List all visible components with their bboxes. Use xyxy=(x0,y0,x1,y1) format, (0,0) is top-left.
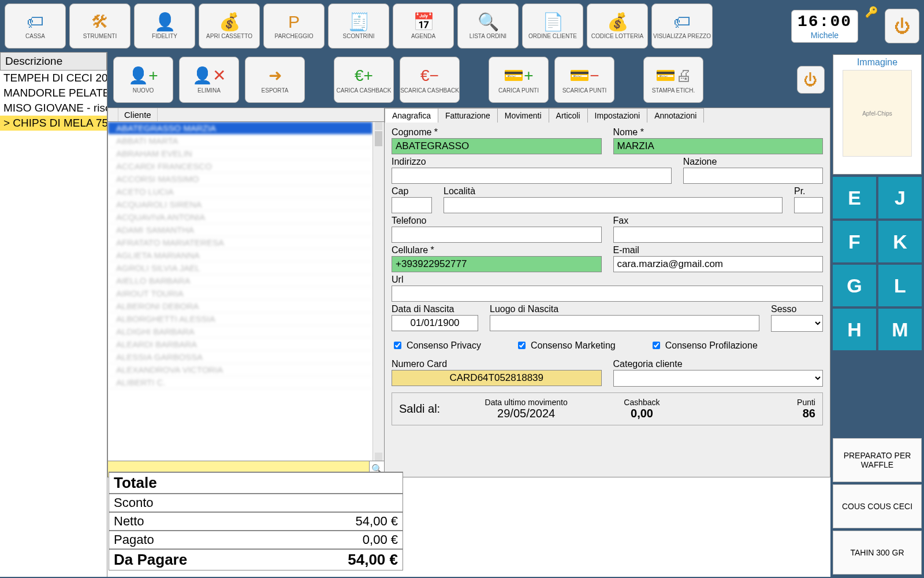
image-panel: Immagine Apfel-Chips xyxy=(833,54,922,175)
client-rows[interactable]: ABATEGRASSO MARZIAABBATI MARTAABRAHAM EV… xyxy=(108,122,372,461)
ticket-item[interactable]: > CHIPS DI MELA 75 xyxy=(0,116,107,131)
client-row[interactable]: ABRAHAM EVELIN xyxy=(108,147,372,160)
top-visualizza-prezzo[interactable]: 🏷VISUALIZZA PREZZO xyxy=(651,3,713,49)
fax-field[interactable] xyxy=(613,227,824,243)
top-agenda[interactable]: 📅AGENDA xyxy=(393,3,454,49)
client-row[interactable]: ACETO LUCIA xyxy=(108,186,372,198)
client-row[interactable]: AGLIETA MARIANNA xyxy=(108,249,372,262)
client-row[interactable]: ACCARDI FRANCESCO xyxy=(108,160,372,173)
key-G[interactable]: G xyxy=(833,265,876,306)
email-field[interactable] xyxy=(613,256,824,272)
client-list-header[interactable]: Cliente xyxy=(118,108,158,121)
codice lotteria-icon: 💰 xyxy=(607,13,628,31)
client-row[interactable]: ADAMI SAMANTHA xyxy=(108,224,372,236)
sub-nuovo[interactable]: 👤+NUOVO xyxy=(113,57,173,103)
client-row[interactable]: ALBERONI DEBORA xyxy=(108,300,372,313)
key-E[interactable]: E xyxy=(833,177,876,218)
tab-anagrafica[interactable]: Anagrafica xyxy=(385,108,438,123)
product-cell[interactable]: TAHIN 300 GR xyxy=(833,531,922,575)
ticket-item[interactable]: MANDORLE PELATE xyxy=(0,86,107,101)
url-field[interactable] xyxy=(392,286,823,302)
client-row[interactable]: ALDIGHI BARBARA xyxy=(108,325,372,338)
key-L[interactable]: L xyxy=(878,265,922,306)
client-row[interactable]: ALBORGHETTI ALESSIA xyxy=(108,313,372,325)
top-apri-cassetto[interactable]: 💰APRI CASSETTO xyxy=(199,3,260,49)
form-tabs: AnagraficaFatturazioneMovimentiArticoliI… xyxy=(385,108,830,123)
tab-movimenti[interactable]: Movimenti xyxy=(497,108,549,123)
sub-toolbar: 👤+NUOVO👤✕ELIMINA➜ESPORTA€+CARICA CASHBAC… xyxy=(107,52,830,108)
right-panel: Immagine Apfel-Chips EJFKGLHM PREPARATO … xyxy=(830,52,924,577)
top-parcheggio[interactable]: PPARCHEGGIO xyxy=(263,3,325,49)
key-M[interactable]: M xyxy=(878,309,922,350)
client-row[interactable]: AIROUT TOURIA xyxy=(108,287,372,300)
sub-elimina[interactable]: 👤✕ELIMINA xyxy=(179,57,239,103)
product-cell[interactable]: COUS COUS CECI xyxy=(833,484,922,528)
tab-impostazioni[interactable]: Impostazioni xyxy=(587,108,648,123)
top-strumenti[interactable]: 🛠STRUMENTI xyxy=(69,3,131,49)
clock-user: Michele xyxy=(798,31,852,40)
client-row[interactable]: ALEXANDROVA VICTORIA xyxy=(108,364,372,376)
scrollbar[interactable] xyxy=(372,122,384,461)
pr-field[interactable] xyxy=(794,197,823,213)
cellulare-field[interactable] xyxy=(392,256,602,272)
top-cassa[interactable]: 🏷CASSA xyxy=(5,3,66,49)
client-row[interactable]: ALESSIA GARBOSSA xyxy=(108,351,372,364)
client-row[interactable]: ACCORSI MASSIMO xyxy=(108,173,372,186)
cognome-field[interactable] xyxy=(392,138,602,154)
consenso-profilazione-checkbox[interactable]: Consenso Profilazione xyxy=(650,340,758,351)
consenso-marketing-checkbox[interactable]: Consenso Marketing xyxy=(516,340,616,351)
client-row[interactable]: ACQUAROLI SIRENA xyxy=(108,198,372,211)
client-row[interactable]: AIELLO BARBARA xyxy=(108,275,372,287)
visualizza prezzo-icon: 🏷 xyxy=(673,13,691,31)
top-ordine-cliente[interactable]: 📄ORDINE CLIENTE xyxy=(522,3,583,49)
indirizzo-field[interactable] xyxy=(392,168,672,184)
key-J[interactable]: J xyxy=(878,177,922,218)
sub-carica-cashback[interactable]: €+CARICA CASHBACK xyxy=(334,57,394,103)
sub-stampa-etich-[interactable]: 💳🖨STAMPA ETICH. xyxy=(643,57,703,103)
nazione-field[interactable] xyxy=(683,168,823,184)
localita-field[interactable] xyxy=(444,197,783,213)
key-F[interactable]: F xyxy=(833,221,876,262)
total-sconto: Sconto xyxy=(109,494,403,512)
cap-field[interactable] xyxy=(392,197,432,213)
nome-field[interactable] xyxy=(613,138,824,154)
tab-annotazioni[interactable]: Annotazioni xyxy=(647,108,704,123)
categoria-field[interactable] xyxy=(613,370,824,387)
key-H[interactable]: H xyxy=(833,309,876,350)
scontrini-icon: 🧾 xyxy=(348,13,370,31)
client-row[interactable]: ALEARDI BARBARA xyxy=(108,338,372,351)
client-row[interactable]: ABBATI MARTA xyxy=(108,135,372,147)
sub-carica-punti[interactable]: 💳+CARICA PUNTI xyxy=(489,57,549,103)
sub-scarica-cashback[interactable]: €−SCARICA CASHBACK xyxy=(400,57,460,103)
client-row[interactable]: AGROLI SILVIA JAEL xyxy=(108,262,372,275)
ordine cliente-icon: 📄 xyxy=(542,13,564,31)
right-product-list: PREPARATO PER WAFFLECOUS COUS CECITAHIN … xyxy=(833,438,922,575)
sub-scarica-punti[interactable]: 💳−SCARICA PUNTI xyxy=(554,57,614,103)
client-row[interactable]: ABATEGRASSO MARZIA xyxy=(108,122,372,135)
sesso-field[interactable] xyxy=(771,315,823,332)
client-row[interactable]: ACQUAVIVA ANTONIA xyxy=(108,211,372,224)
product-cell[interactable]: PREPARATO PER WAFFLE xyxy=(833,438,922,482)
client-row[interactable]: AFRATATO MARIATERESA xyxy=(108,236,372,249)
key-K[interactable]: K xyxy=(878,221,922,262)
numero-card-field[interactable] xyxy=(392,370,602,386)
data-nascita-field[interactable] xyxy=(392,315,478,331)
ticket-item[interactable]: TEMPEH DI CECI 200 xyxy=(0,71,107,86)
sub-esporta[interactable]: ➜ESPORTA xyxy=(245,57,305,103)
consenso-privacy-checkbox[interactable]: Consenso Privacy xyxy=(392,340,481,351)
top-scontrini[interactable]: 🧾SCONTRINI xyxy=(328,3,389,49)
total-netto: Netto54,00 € xyxy=(109,512,403,531)
top-fidelity[interactable]: 👤FIDELITY xyxy=(134,3,195,49)
tab-articoli[interactable]: Articoli xyxy=(549,108,588,123)
top-codice-lotteria[interactable]: 💰CODICE LOTTERIA xyxy=(587,3,648,49)
apri cassetto-icon: 💰 xyxy=(219,13,240,31)
telefono-field[interactable] xyxy=(392,227,602,243)
ticket-item[interactable]: MISO GIOVANE - riso xyxy=(0,101,107,116)
power-button[interactable]: ⏻ xyxy=(885,9,919,43)
key-icon: 🔑 xyxy=(865,6,878,18)
luogo-nascita-field[interactable] xyxy=(490,315,759,331)
top-lista-ordini[interactable]: 🔍LISTA ORDINI xyxy=(457,3,519,49)
close-dialog-button[interactable]: ⏻ xyxy=(797,66,825,94)
client-row[interactable]: ALIBERTI C. xyxy=(108,376,372,389)
tab-fatturazione[interactable]: Fatturazione xyxy=(438,108,498,123)
